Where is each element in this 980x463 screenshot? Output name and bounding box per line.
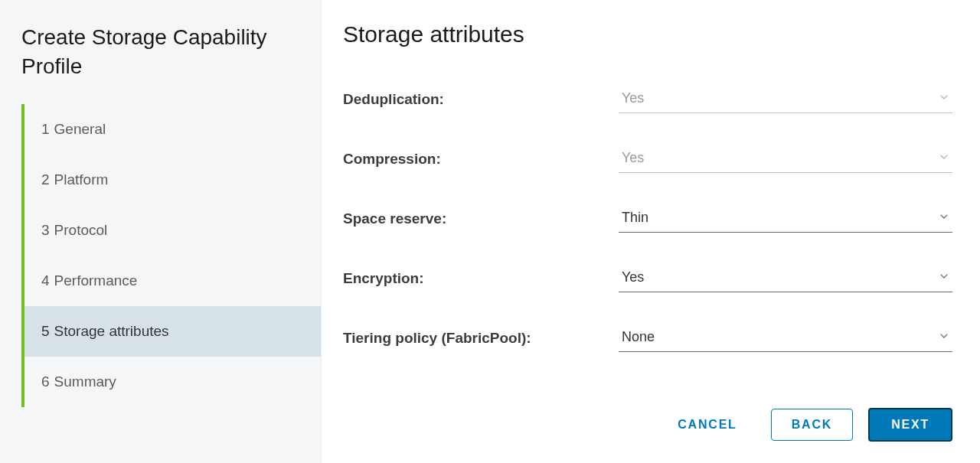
- form-row-2: Space reserve:Thin: [343, 205, 952, 233]
- field-label: Tiering policy (FabricPool):: [343, 330, 619, 347]
- step-num: 5: [41, 323, 50, 339]
- wizard-step-6[interactable]: 6Summary: [24, 357, 321, 407]
- field-select-0: Yes: [619, 86, 952, 113]
- field-select-1: Yes: [619, 145, 952, 173]
- wizard-steps: 1General2Platform3Protocol4Performance5S…: [21, 104, 321, 407]
- form-row-3: Encryption:Yes: [343, 265, 952, 292]
- step-num: 1: [41, 121, 50, 137]
- step-label: Protocol: [54, 222, 108, 238]
- field-label: Space reserve:: [343, 210, 619, 227]
- step-label: Performance: [54, 272, 138, 289]
- field-select-2[interactable]: Thin: [619, 205, 952, 233]
- wizard-step-5[interactable]: 5Storage attributes: [24, 306, 321, 357]
- next-button[interactable]: NEXT: [868, 408, 952, 442]
- step-num: 4: [41, 272, 50, 289]
- step-num: 6: [41, 373, 50, 390]
- wizard-step-1[interactable]: 1General: [24, 104, 321, 155]
- form-rows: Deduplication:YesCompression:YesSpace re…: [343, 86, 952, 400]
- cancel-button[interactable]: CANCEL: [659, 409, 755, 441]
- form-row-0: Deduplication:Yes: [343, 86, 952, 113]
- select-value: None: [622, 329, 655, 345]
- page-title: Storage attributes: [343, 21, 952, 47]
- main-content: Storage attributes Deduplication:YesComp…: [322, 0, 980, 463]
- chevron-down-icon: [939, 209, 949, 225]
- wizard-title: Create Storage Capability Profile: [21, 23, 321, 81]
- select-value: Yes: [622, 90, 644, 106]
- select-value: Yes: [622, 150, 644, 166]
- step-label: Storage attributes: [54, 323, 169, 339]
- chevron-down-icon: [939, 269, 949, 285]
- wizard-step-2[interactable]: 2Platform: [24, 155, 321, 205]
- field-label: Deduplication:: [343, 91, 619, 108]
- field-select-3[interactable]: Yes: [619, 265, 952, 292]
- step-label: Summary: [54, 373, 116, 390]
- select-value: Thin: [622, 210, 648, 226]
- footer-actions: CANCEL BACK NEXT: [343, 400, 952, 442]
- step-num: 2: [41, 171, 50, 187]
- field-label: Compression:: [343, 151, 619, 168]
- back-button[interactable]: BACK: [771, 409, 853, 441]
- wizard-step-3[interactable]: 3Protocol: [24, 205, 321, 256]
- step-label: General: [54, 121, 106, 137]
- step-num: 3: [41, 222, 50, 238]
- step-label: Platform: [54, 171, 109, 187]
- wizard-step-4[interactable]: 4Performance: [24, 256, 321, 306]
- wizard-sidebar: Create Storage Capability Profile 1Gener…: [0, 0, 322, 463]
- select-value: Yes: [622, 269, 644, 285]
- chevron-down-icon: [939, 328, 949, 344]
- chevron-down-icon: [939, 90, 949, 106]
- form-row-1: Compression:Yes: [343, 145, 952, 173]
- field-select-4[interactable]: None: [619, 324, 952, 352]
- form-row-4: Tiering policy (FabricPool):None: [343, 324, 952, 352]
- chevron-down-icon: [939, 149, 949, 165]
- field-label: Encryption:: [343, 270, 619, 287]
